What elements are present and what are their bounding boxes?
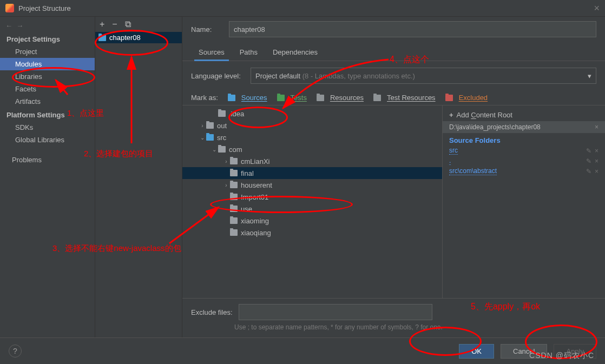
chevron-icon: ⌄ <box>199 135 206 141</box>
folder-icon <box>230 206 238 212</box>
folder-icon <box>317 95 324 101</box>
chevron-icon <box>222 218 230 224</box>
sidebar-item-artifacts[interactable]: Artifacts <box>0 95 95 108</box>
exclude-files-input[interactable] <box>239 304 432 320</box>
close-icon[interactable]: × <box>595 123 599 131</box>
close-icon[interactable]: × <box>594 3 600 14</box>
name-label: Name: <box>191 25 229 34</box>
tree-node[interactable]: ›out <box>182 120 442 131</box>
chevron-icon: ⌄ <box>211 147 218 153</box>
source-folder-row[interactable]: src✎× <box>443 145 605 156</box>
tree-node[interactable]: .idea <box>182 108 442 120</box>
sidebar-heading-platform-settings: Platform Settings <box>0 108 95 121</box>
tree-label: xiaoqiang <box>241 229 271 237</box>
folder-icon <box>218 110 226 117</box>
folder-icon <box>228 95 235 101</box>
sidebar-heading-project-settings: Project Settings <box>0 32 95 45</box>
tree-label: houserent <box>241 181 272 189</box>
copy-module-button[interactable]: ⧉ <box>125 19 131 29</box>
sidebar-item-libraries[interactable]: Libraries <box>0 70 95 83</box>
app-icon <box>5 4 14 12</box>
source-folder-row[interactable]: src\com\abstract✎× <box>443 166 605 176</box>
apply-button[interactable]: Apply <box>554 344 596 359</box>
chevron-icon: › <box>199 123 206 129</box>
sidebar-item-project[interactable]: Project <box>0 45 95 58</box>
tab-dependencies[interactable]: Dependencies <box>265 45 325 61</box>
tree-label: use <box>241 205 252 213</box>
nav-back-icon[interactable]: ← <box>5 22 12 30</box>
source-folder-name: src\com\abstract <box>449 167 497 175</box>
folder-icon <box>373 95 381 101</box>
tree-label: com <box>229 145 242 154</box>
add-module-button[interactable]: + <box>100 19 104 29</box>
folder-icon <box>230 158 238 164</box>
mark-resources-button[interactable]: Resources <box>317 94 364 102</box>
close-icon[interactable]: × <box>595 147 599 155</box>
remove-module-button[interactable]: − <box>112 19 117 29</box>
sidebar-item-modules[interactable]: Modules <box>0 58 95 70</box>
chevron-down-icon: ▾ <box>588 72 591 80</box>
chevron-icon <box>222 170 230 176</box>
mark-sources-button[interactable]: Sources <box>228 94 267 102</box>
sidebar-item-facets[interactable]: Facets <box>0 83 95 95</box>
module-item-label: chapter08 <box>109 34 141 42</box>
module-item-chapter08[interactable]: chapter08 <box>95 32 182 43</box>
tree-node[interactable]: ›houserent <box>182 179 442 191</box>
chevron-icon: › <box>222 182 230 188</box>
folder-icon <box>277 95 285 101</box>
help-button[interactable]: ? <box>9 345 22 358</box>
folder-icon <box>230 182 238 188</box>
tree-node[interactable]: Import01 <box>182 191 442 203</box>
mark-tests-button[interactable]: Tests <box>277 94 307 102</box>
tree-label: cmLianXi <box>241 157 269 166</box>
edit-icon[interactable]: ✎ <box>586 147 591 155</box>
tree-label: Import01 <box>241 193 268 201</box>
tree-node[interactable]: ⌄com <box>182 143 442 155</box>
language-level-select[interactable]: Project default (8 - Lambdas, type annot… <box>251 68 596 84</box>
content-root-row[interactable]: D:\java\idea_projects\chapter08 × <box>443 121 605 133</box>
edit-icon[interactable]: ✎ <box>586 168 591 175</box>
source-folder-row[interactable]: .✎× <box>443 156 605 166</box>
mark-excluded-button[interactable]: Excluded <box>445 94 488 102</box>
close-icon[interactable]: × <box>595 157 599 165</box>
tree-node[interactable]: xiaoqiang <box>182 227 442 239</box>
cancel-button[interactable]: Cancel <box>501 344 547 359</box>
edit-icon[interactable]: ✎ <box>586 157 591 165</box>
close-icon[interactable]: × <box>595 168 599 175</box>
ok-button[interactable]: OK <box>459 344 494 359</box>
exclude-files-label: Exclude files: <box>191 308 234 316</box>
folder-icon <box>230 170 238 176</box>
mark-test-resources-button[interactable]: Test Resources <box>373 94 436 102</box>
tree-label: out <box>217 122 227 130</box>
source-folder-name: src <box>449 147 458 155</box>
folder-icon <box>230 194 238 200</box>
language-level-label: Language level: <box>191 72 251 80</box>
folder-icon <box>218 146 226 153</box>
chevron-icon: › <box>222 158 230 164</box>
tree-node[interactable]: xiaoming <box>182 215 442 227</box>
sidebar-item-sdks[interactable]: SDKs <box>0 121 95 134</box>
tree-label: xiaoming <box>241 217 269 225</box>
name-input[interactable] <box>229 21 596 37</box>
folder-icon <box>98 35 106 41</box>
chevron-icon <box>222 206 230 212</box>
content-root-path: D:\java\idea_projects\chapter08 <box>449 123 541 131</box>
folder-icon <box>445 95 453 101</box>
sidebar-item-global-libraries[interactable]: Global Libraries <box>0 134 95 146</box>
tree-node[interactable]: ⌄src <box>182 131 442 143</box>
exclude-hint: Use ; to separate name patterns, * for a… <box>191 320 596 332</box>
tree-node[interactable]: final <box>182 167 442 179</box>
window-title: Project Structure <box>18 4 594 12</box>
tab-paths[interactable]: Paths <box>232 45 265 61</box>
source-folder-name: . <box>449 157 451 165</box>
nav-forward-icon[interactable]: → <box>16 22 23 30</box>
folder-icon <box>230 217 238 224</box>
source-folders-heading: Source Folders <box>443 133 605 145</box>
tree-node[interactable]: ›cmLianXi <box>182 155 442 167</box>
folder-icon <box>206 134 214 141</box>
sidebar-item-problems[interactable]: Problems <box>0 154 95 166</box>
source-tree[interactable]: .idea›out⌄src⌄com›cmLianXi final›housere… <box>182 105 443 298</box>
tree-node[interactable]: use <box>182 203 442 215</box>
add-content-root-button[interactable]: + Add Content Root <box>443 109 605 121</box>
tab-sources[interactable]: Sources <box>191 45 232 61</box>
